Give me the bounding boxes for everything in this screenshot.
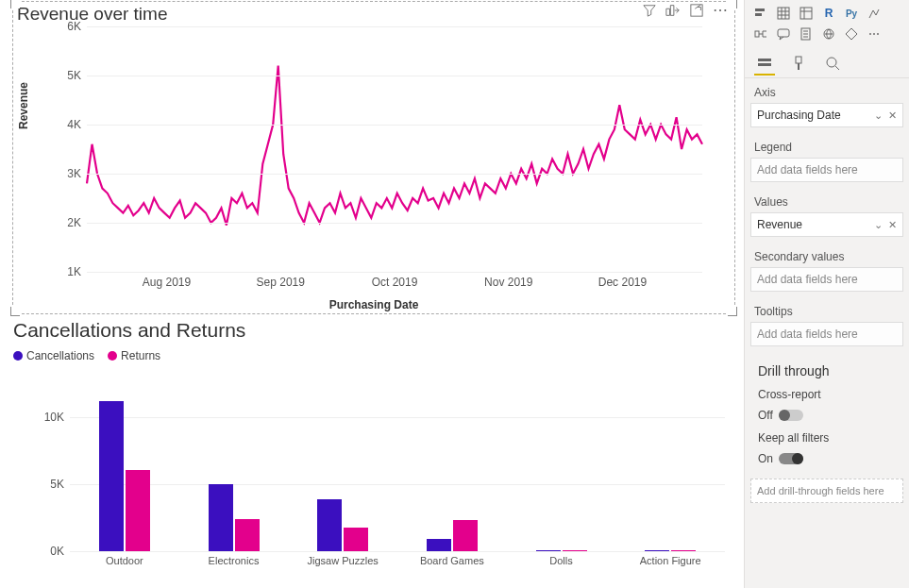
more-options-icon[interactable]: ⋯ — [713, 7, 729, 14]
y-tick: 0K — [50, 545, 64, 558]
bar-returns[interactable] — [235, 519, 260, 551]
bar-returns[interactable] — [453, 520, 478, 551]
svg-rect-3 — [778, 8, 789, 19]
x-tick: Oct 2019 — [372, 276, 418, 289]
x-axis-label: Purchasing Date — [329, 298, 419, 311]
bar-cancellations[interactable] — [209, 484, 233, 551]
visual-gallery: R Py ⋯ — [745, 0, 909, 47]
svg-rect-1 — [755, 8, 765, 11]
bar-returns[interactable] — [126, 470, 150, 551]
y-axis-label: Revenue — [17, 82, 30, 129]
bar-group — [535, 550, 588, 551]
bar-cancellations[interactable] — [99, 401, 124, 551]
svg-point-12 — [827, 58, 836, 67]
y-tick: 10K — [44, 411, 64, 424]
bar-returns[interactable] — [563, 550, 587, 551]
gallery-powerapps-icon[interactable] — [841, 25, 862, 43]
bar-group — [208, 484, 261, 551]
filter-icon[interactable] — [643, 4, 656, 17]
bar-legend: Cancellations Returns — [13, 349, 734, 362]
axis-field-well[interactable]: Purchasing Date ⌄✕ — [750, 103, 903, 127]
x-tick: Dec 2019 — [598, 276, 647, 289]
svg-rect-2 — [755, 13, 762, 16]
bar-returns[interactable] — [671, 550, 696, 551]
x-tick: Nov 2019 — [484, 276, 532, 289]
axis-section-label: Axis — [745, 78, 909, 103]
legend-field-well[interactable]: Add data fields here — [750, 158, 903, 182]
keep-filters-toggle[interactable]: On — [758, 452, 900, 465]
line-plot-area: 1K2K3K4K5K6KAug 2019Sep 2019Oct 2019Nov … — [87, 26, 702, 272]
visualizations-pane: R Py ⋯ Axis Purchasing Date ⌄✕ Legend Ad… — [744, 0, 909, 588]
bar-plot-area: 0K5K10KOutdoorElectronicsJigsaw PuzzlesB… — [70, 391, 725, 551]
drill-through-title: Drill through — [745, 352, 909, 384]
bar-cancellations[interactable] — [536, 550, 561, 551]
cross-report-toggle[interactable]: Off — [758, 409, 900, 422]
resize-handle-tr[interactable] — [728, 0, 737, 8]
bar-group — [98, 401, 151, 551]
format-tab[interactable] — [788, 53, 809, 76]
gallery-decomposition-icon[interactable] — [750, 25, 771, 43]
values-field-name: Revenue — [757, 218, 802, 231]
x-tick: Outdoor — [106, 555, 143, 566]
secondary-field-well[interactable]: Add data fields here — [750, 267, 903, 292]
cross-report-label: Cross-report — [758, 388, 900, 401]
gallery-paginated-icon[interactable] — [796, 25, 816, 43]
cancellations-bar-chart[interactable]: Cancellations and Returns Cancellations … — [13, 319, 734, 574]
focus-mode-icon[interactable] — [690, 4, 703, 17]
x-tick: Dolls — [549, 555, 572, 566]
secondary-section-label: Secondary values — [745, 243, 909, 267]
svg-rect-6 — [778, 29, 789, 37]
resize-handle-br[interactable] — [728, 307, 737, 316]
x-tick: Action Figure — [640, 555, 701, 566]
drill-through-well[interactable]: Add drill-through fields here — [750, 479, 903, 503]
gallery-key-influencers-icon[interactable] — [864, 4, 884, 23]
pane-tabs — [745, 47, 909, 78]
chevron-down-icon[interactable]: ⌄ — [874, 109, 883, 122]
legend-section-label: Legend — [745, 133, 909, 158]
svg-rect-9 — [758, 59, 771, 61]
chevron-down-icon[interactable]: ⌄ — [874, 219, 883, 231]
bar-group — [426, 520, 479, 551]
svg-rect-5 — [755, 31, 759, 37]
gallery-more-icon[interactable]: ⋯ — [864, 25, 884, 43]
values-field-well[interactable]: Revenue ⌄✕ — [750, 212, 903, 237]
revenue-line-chart[interactable]: Revenue over time ⋯ Revenue Purchasing D… — [13, 2, 734, 313]
legend-swatch-returns — [108, 351, 117, 361]
resize-handle-tl[interactable] — [10, 0, 20, 8]
x-tick: Electronics — [209, 555, 260, 566]
bar-cancellations[interactable] — [645, 550, 669, 551]
remove-field-icon[interactable]: ✕ — [888, 219, 897, 231]
y-tick: 6K — [67, 20, 81, 33]
svg-rect-4 — [800, 8, 812, 19]
x-tick: Aug 2019 — [143, 276, 191, 289]
analytics-tab[interactable] — [822, 53, 843, 76]
y-tick: 3K — [67, 167, 81, 180]
gallery-matrix-icon[interactable] — [796, 4, 816, 23]
gallery-clustered-bar-icon[interactable] — [750, 4, 771, 23]
fields-tab[interactable] — [754, 53, 775, 76]
gallery-py-visual-icon[interactable]: Py — [841, 4, 862, 23]
y-tick: 4K — [67, 118, 81, 131]
svg-rect-11 — [796, 57, 801, 63]
tooltips-field-well[interactable]: Add data fields here — [750, 322, 903, 346]
values-section-label: Values — [745, 188, 909, 212]
bar-chart-title: Cancellations and Returns — [13, 319, 734, 342]
remove-field-icon[interactable]: ✕ — [888, 109, 897, 122]
keep-filters-label: Keep all filters — [758, 431, 900, 445]
sort-icon[interactable] — [665, 4, 681, 17]
bar-cancellations[interactable] — [317, 499, 342, 551]
x-tick: Jigsaw Puzzles — [308, 555, 379, 566]
gallery-table-icon[interactable] — [773, 4, 794, 23]
bar-group — [316, 499, 369, 551]
gallery-qna-icon[interactable] — [773, 25, 794, 43]
bar-group — [644, 550, 697, 551]
x-tick: Board Games — [420, 555, 484, 566]
gallery-r-visual-icon[interactable]: R — [818, 4, 839, 23]
bar-cancellations[interactable] — [427, 539, 451, 551]
axis-field-name: Purchasing Date — [757, 109, 841, 122]
y-tick: 1K — [67, 265, 81, 278]
resize-handle-bl[interactable] — [10, 307, 20, 316]
legend-label-cancellations: Cancellations — [26, 349, 94, 362]
bar-returns[interactable] — [344, 528, 368, 552]
gallery-arcgis-icon[interactable] — [818, 25, 839, 43]
